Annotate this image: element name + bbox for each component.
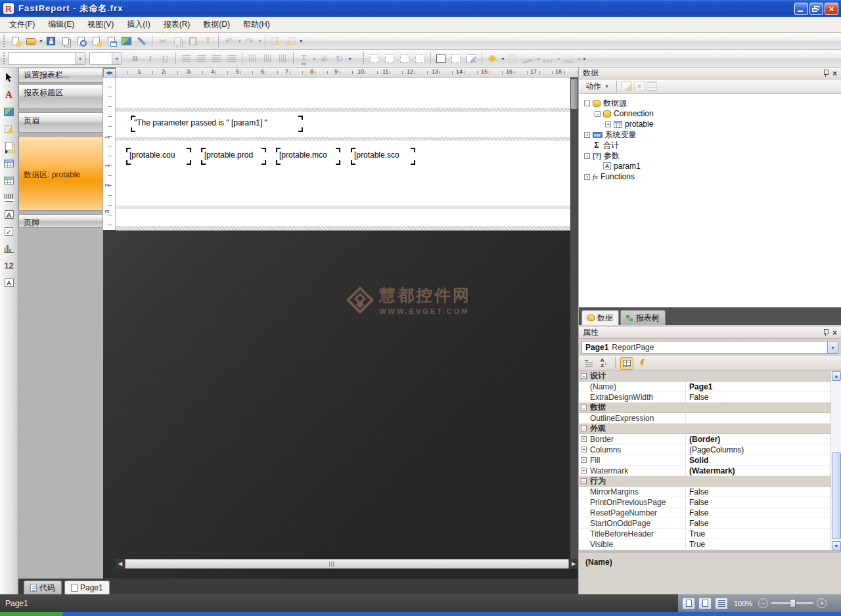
edit-datasource-button[interactable] [622,81,632,91]
vertical-scrollbar[interactable] [570,77,578,569]
properties-scrollbar-thumb[interactable] [832,452,841,539]
menu-view[interactable]: 视图(V) [81,17,120,32]
line-color-dropdown-icon[interactable]: ▼ [536,56,541,61]
minimize-button[interactable] [794,3,808,15]
copy-button[interactable] [170,34,185,49]
border-edit-button[interactable] [464,51,479,66]
tree-item-totals[interactable]: Σ 合计 [579,140,841,150]
new-report-button[interactable] [8,34,23,49]
zoom-slider[interactable] [771,602,813,604]
tab-code[interactable]: 代码 [24,581,62,594]
vertical-scrollbar-thumb[interactable] [571,79,578,109]
property-row[interactable]: OutlineExpression [579,413,841,424]
zoom-out-button[interactable]: − [758,598,768,608]
valign-middle-button[interactable] [260,51,275,66]
object-selector-dropdown-icon[interactable]: ▼ [827,341,838,353]
line-width-dropdown-icon[interactable]: ▼ [577,56,581,61]
border-none-button[interactable] [449,51,464,66]
menu-data[interactable]: 数据(D) [196,17,237,32]
property-row[interactable]: TitleBeforeHeaderTrue [579,529,841,539]
shape-object-button[interactable] [1,121,17,137]
format-painter-button[interactable] [200,34,216,49]
expander-icon[interactable]: - [595,111,601,117]
tab-report-tree[interactable]: 报表树 [620,310,666,325]
view-continuous-button[interactable] [698,598,712,609]
border-all-button[interactable] [367,51,382,66]
view-facing-button[interactable] [715,598,728,609]
tab-data[interactable]: 数据 [581,310,619,325]
view-single-page-button[interactable] [682,598,695,609]
property-row[interactable]: +FillSolid [579,455,841,466]
field-object-sco[interactable]: [protable.sco [352,148,415,164]
border-top-button[interactable] [382,51,398,66]
tree-item-system-variables[interactable]: + var 系统变量 [579,129,841,140]
open-report-button[interactable] [23,34,38,49]
subreport-object-button[interactable] [1,139,17,154]
property-category[interactable]: -外观 [579,424,841,434]
toolbar-overflow-icon[interactable]: ▼ [299,39,304,43]
text-color-dropdown-icon[interactable]: ▼ [312,56,317,61]
save-button[interactable] [43,34,58,49]
toolbar-grip[interactable] [361,53,365,64]
view-data-button[interactable] [647,81,657,91]
select-tool-button[interactable] [1,70,17,85]
align-justify-button[interactable] [224,51,239,66]
font-name-dropdown-icon[interactable]: ▼ [75,53,85,64]
undo-button[interactable]: ↶ [221,34,237,49]
data-band-area[interactable]: [protable.cou [protable.prod [protable.m… [116,141,570,206]
preview-button[interactable] [74,34,89,49]
scroll-right-icon[interactable]: ▶ [569,559,578,569]
menu-help[interactable]: 帮助(H) [237,17,277,32]
valign-top-button[interactable] [245,51,260,66]
pin-icon[interactable] [823,329,829,336]
page-footer-band-area[interactable] [116,209,570,226]
band-separator[interactable] [116,226,570,231]
band-data[interactable]: 数据区: protable [18,136,103,211]
fill-style-button[interactable] [505,51,520,66]
richtext-object-button[interactable]: A [1,207,17,222]
font-name-combo[interactable]: ▼ [8,52,85,65]
valign-bottom-button[interactable] [275,51,290,66]
picture-object-button[interactable] [1,104,17,120]
redo-button[interactable]: ↷ [242,34,257,49]
scroll-down-icon[interactable]: ▼ [832,541,841,551]
expander-icon[interactable]: + [584,174,590,180]
tree-item-connection[interactable]: - Connection [579,108,841,119]
toolbar-grip[interactable] [2,35,6,47]
properties-view-button[interactable] [620,357,633,370]
actions-button[interactable]: 动作▼ [583,79,612,93]
zipcode-object-button[interactable]: A [1,275,17,290]
text-object-param[interactable]: "The parameter passed is " [param1] " [131,116,302,131]
configure-bands-button[interactable]: 设置报表栏... [18,68,103,83]
menu-file[interactable]: 文件(F) [3,17,41,32]
close-icon[interactable]: × [832,70,837,77]
object-selector-combo[interactable]: Page1 ReportPage ▼ [581,341,838,354]
line-color-button[interactable] [520,51,535,66]
property-row[interactable]: +Watermark(Watermark) [579,466,841,476]
property-row[interactable]: ResetPageNumberFalse [579,508,841,518]
ungroup-button[interactable] [283,34,298,49]
italic-button[interactable]: I [143,51,158,66]
tree-item-param1[interactable]: A param1 [579,161,841,171]
checkbox-object-button[interactable]: ✓ [1,224,17,239]
line-width-button[interactable] [561,51,576,66]
text-object-button[interactable]: A [1,87,17,102]
zoom-in-button[interactable]: + [817,598,827,608]
menu-insert[interactable]: 插入(I) [120,17,156,32]
close-icon[interactable]: × [832,329,837,337]
close-button[interactable]: × [825,3,838,15]
band-page-footer[interactable]: 页脚 [18,214,103,228]
horizontal-scrollbar-thumb[interactable] [125,559,569,569]
border-overflow-icon[interactable]: ▼ [582,56,587,61]
tree-item-protable[interactable]: + protable [579,119,841,129]
align-left-button[interactable] [179,51,194,66]
field-object-prod[interactable]: [protable.prod [202,148,265,164]
horizontal-scrollbar[interactable]: ◀ ▶ [116,559,578,569]
align-right-button[interactable] [209,51,224,66]
property-row[interactable]: (Name)Page1 [579,382,841,392]
property-row[interactable]: +Border(Border) [579,434,841,445]
border-left-button[interactable] [413,51,428,66]
new-page-button[interactable] [89,34,104,49]
cut-button[interactable]: ✂ [155,34,170,49]
expander-icon[interactable]: + [605,121,611,127]
